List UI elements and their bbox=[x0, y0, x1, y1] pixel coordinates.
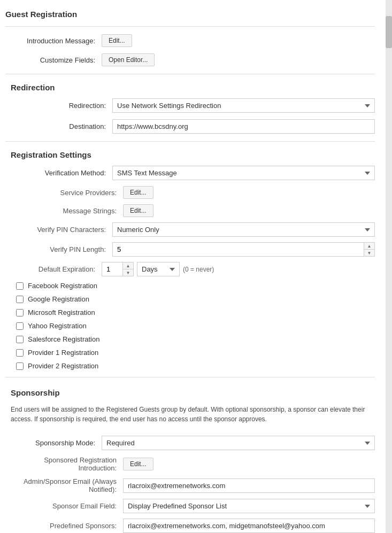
introduction-message-control: Edit... bbox=[102, 34, 375, 47]
destination-input-wrapper bbox=[112, 119, 375, 134]
verify-pin-chars-select[interactable]: Numeric Only bbox=[112, 222, 375, 237]
expiration-note: (0 = never) bbox=[183, 266, 214, 273]
title-divider bbox=[5, 26, 375, 27]
checkbox-label-salesforce: Salesforce Registration bbox=[28, 335, 99, 343]
message-strings-control: Edit... bbox=[123, 204, 375, 217]
customize-fields-label: Customize Fields: bbox=[5, 56, 102, 64]
checkbox-label-google: Google Registration bbox=[28, 295, 89, 303]
sponsorship-mode-control: Required bbox=[102, 436, 375, 450]
message-strings-edit-button[interactable]: Edit... bbox=[123, 204, 153, 217]
verification-method-label: Verification Method: bbox=[16, 169, 112, 177]
verify-pin-chars-row: Verify PIN Characters: Numeric Only bbox=[16, 220, 375, 240]
checkbox-fb[interactable] bbox=[16, 282, 24, 290]
sponsorship-mode-select[interactable]: Required bbox=[102, 436, 375, 450]
checkbox-google[interactable] bbox=[16, 296, 24, 303]
admin-sponsor-email-control bbox=[123, 478, 375, 493]
scrollbar-thumb[interactable] bbox=[386, 16, 392, 48]
checkbox-row-microsoft: Microsoft Registration bbox=[5, 306, 375, 319]
checkbox-provider1[interactable] bbox=[16, 349, 24, 357]
content-area: Guest Registration Introduction Message:… bbox=[0, 0, 386, 533]
default-expiration-label: Default Expiration: bbox=[16, 265, 102, 273]
sponsored-reg-intro-label: Sponsored Registration Introduction: bbox=[5, 456, 123, 472]
verify-pin-chars-control: Numeric Only bbox=[112, 222, 375, 237]
sponsorship-section: Sponsorship End users will be assigned t… bbox=[5, 382, 375, 533]
sponsorship-mode-row: Sponsorship Mode: Required bbox=[5, 432, 375, 453]
destination-row: Destination: bbox=[5, 116, 375, 137]
verify-pin-length-input[interactable] bbox=[113, 243, 364, 256]
expiration-number-input[interactable] bbox=[102, 262, 122, 276]
sponsorship-divider-top bbox=[5, 377, 375, 377]
checkbox-row-yahoo: Yahoo Registration bbox=[5, 319, 375, 333]
checkbox-salesforce[interactable] bbox=[16, 336, 24, 343]
predefined-sponsors-input[interactable] bbox=[123, 519, 375, 533]
checkbox-label-provider1: Provider 1 Registration bbox=[28, 349, 98, 357]
expiration-number-down[interactable]: ▼ bbox=[123, 269, 133, 276]
introduction-message-label: Introduction Message: bbox=[5, 37, 102, 45]
admin-sponsor-email-row: Admin/Sponsor Email (Always Notified): bbox=[5, 475, 375, 496]
redirection-row: Redirection: Use Network Settings Redire… bbox=[5, 95, 375, 116]
predefined-sponsors-control bbox=[123, 519, 375, 533]
customize-fields-row: Customize Fields: Open Editor... bbox=[5, 50, 375, 69]
checkboxes-container: Facebook RegistrationGoogle Registration… bbox=[5, 279, 375, 373]
redirection-select[interactable]: Use Network Settings Redirection bbox=[112, 98, 375, 113]
scrollbar[interactable] bbox=[386, 0, 392, 533]
expiration-number-wrapper: ▲ ▼ bbox=[102, 262, 134, 276]
page-title: Guest Registration bbox=[5, 5, 375, 22]
introduction-message-button[interactable]: Edit... bbox=[102, 34, 132, 47]
sponsored-reg-intro-row: Sponsored Registration Introduction: Edi… bbox=[5, 453, 375, 475]
message-strings-label: Message Strings: bbox=[37, 207, 123, 215]
sponsor-email-field-select[interactable]: Display Predefined Sponsor List bbox=[123, 499, 375, 513]
message-strings-row: Message Strings: Edit... bbox=[16, 202, 375, 220]
checkbox-yahoo[interactable] bbox=[16, 322, 24, 330]
verification-method-select[interactable]: SMS Text Message bbox=[112, 166, 375, 180]
introduction-message-row: Introduction Message: Edit... bbox=[5, 31, 375, 50]
reg-settings-divider-top bbox=[5, 141, 375, 142]
verification-method-select-wrapper: SMS Text Message bbox=[112, 166, 375, 180]
default-expiration-row: Default Expiration: ▲ ▼ Days (0 = bbox=[5, 259, 375, 279]
service-providers-row: Service Providers: Edit... bbox=[16, 183, 375, 202]
admin-sponsor-email-input[interactable] bbox=[123, 478, 375, 493]
sponsor-email-field-label: Sponsor Email Field: bbox=[5, 502, 123, 510]
registration-settings-title: Registration Settings bbox=[5, 146, 375, 163]
verification-method-row: Verification Method: SMS Text Message bbox=[5, 163, 375, 183]
open-editor-button[interactable]: Open Editor... bbox=[102, 53, 155, 66]
checkbox-label-provider2: Provider 2 Registration bbox=[28, 362, 98, 370]
main-content: Guest Registration Introduction Message:… bbox=[0, 0, 392, 533]
verify-pin-length-spinner-wrapper: ▲ ▼ bbox=[112, 242, 375, 257]
sponsor-email-field-row: Sponsor Email Field: Display Predefined … bbox=[5, 496, 375, 516]
predefined-sponsors-row: Predefined Sponsors: bbox=[5, 516, 375, 533]
redirection-select-wrapper: Use Network Settings Redirection bbox=[112, 98, 375, 113]
expiration-controls: ▲ ▼ Days (0 = never) bbox=[102, 262, 375, 276]
checkbox-row-fb: Facebook Registration bbox=[5, 279, 375, 292]
service-providers-label: Service Providers: bbox=[37, 189, 123, 197]
service-providers-edit-button[interactable]: Edit... bbox=[123, 186, 153, 199]
sponsor-email-field-control: Display Predefined Sponsor List bbox=[123, 499, 375, 513]
destination-input[interactable] bbox=[112, 119, 375, 134]
verify-pin-length-control: ▲ ▼ bbox=[112, 242, 375, 257]
customize-fields-control: Open Editor... bbox=[102, 53, 375, 66]
checkbox-label-microsoft: Microsoft Registration bbox=[28, 308, 95, 316]
sponsored-reg-intro-button[interactable]: Edit... bbox=[123, 458, 153, 470]
checkbox-microsoft[interactable] bbox=[16, 309, 24, 316]
expiration-number-spinners: ▲ ▼ bbox=[122, 262, 133, 276]
page-container: Guest Registration Introduction Message:… bbox=[0, 0, 392, 533]
sponsorship-info: End users will be assigned to the Regist… bbox=[5, 400, 375, 428]
verify-pin-length-up[interactable]: ▲ bbox=[364, 243, 374, 250]
checkbox-row-salesforce: Salesforce Registration bbox=[5, 333, 375, 346]
verify-pin-length-down[interactable]: ▼ bbox=[364, 250, 374, 256]
expiration-unit-select[interactable]: Days bbox=[137, 262, 180, 276]
redirection-divider-top bbox=[5, 74, 375, 74]
admin-sponsor-email-label: Admin/Sponsor Email (Always Notified): bbox=[5, 477, 123, 493]
sms-subsection: Service Providers: Edit... Message Strin… bbox=[5, 183, 375, 259]
expiration-number-up[interactable]: ▲ bbox=[123, 262, 133, 269]
checkbox-row-provider1: Provider 1 Registration bbox=[5, 346, 375, 359]
verify-pin-chars-label: Verify PIN Characters: bbox=[27, 226, 112, 234]
checkbox-label-fb: Facebook Registration bbox=[28, 282, 97, 290]
sponsorship-title: Sponsorship bbox=[5, 384, 375, 400]
checkbox-row-provider2: Provider 2 Registration bbox=[5, 359, 375, 373]
predefined-sponsors-label: Predefined Sponsors: bbox=[5, 522, 123, 530]
redirection-label: Redirection: bbox=[16, 102, 112, 110]
checkbox-provider2[interactable] bbox=[16, 362, 24, 370]
redirection-section-title: Redirection bbox=[5, 79, 375, 95]
verify-pin-length-row: Verify PIN Length: ▲ ▼ bbox=[16, 240, 375, 259]
